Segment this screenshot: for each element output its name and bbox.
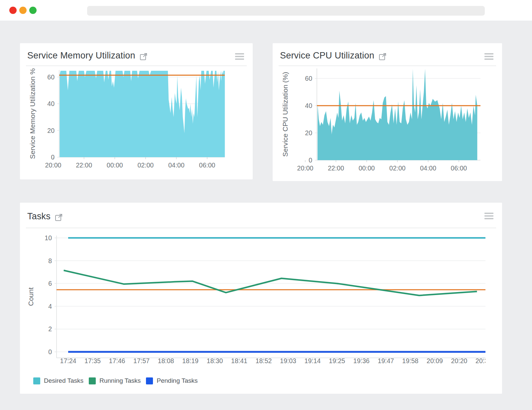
legend-item-desired-tasks[interactable]: Desired Tasks [33,377,83,384]
svg-text:17:35: 17:35 [84,357,101,364]
hamburger-menu-icon[interactable] [484,52,493,61]
svg-text:18:52: 18:52 [256,357,272,364]
svg-text:20:20: 20:20 [451,357,467,364]
y-tick-labels: 0204060 [305,75,312,164]
divider [26,228,496,228]
external-link-icon[interactable] [379,52,387,60]
y-tick-labels: 0204060 [47,73,55,161]
svg-text:17:46: 17:46 [109,357,125,364]
svg-text:19:58: 19:58 [402,357,419,364]
svg-text:19:47: 19:47 [378,357,394,364]
window-zoom-button[interactable] [29,7,37,14]
hamburger-menu-icon[interactable] [235,52,244,61]
svg-text:20:00: 20:00 [45,161,62,169]
window-minimize-button[interactable] [19,7,27,14]
x-tick-labels: 20:0022:0000:0002:0004:0006:00 [297,164,467,172]
cpu-panel: Service CPU Utilization 20:0022:0000:000… [273,43,502,181]
svg-text:40: 40 [305,102,312,109]
divider [279,65,496,66]
running-tasks-swatch-icon [89,377,96,384]
svg-text:18:19: 18:19 [182,357,199,364]
y-axis-title: Service CPU Utilization (%) [281,72,289,157]
svg-text:00:00: 00:00 [358,164,375,172]
svg-text:40: 40 [47,100,55,107]
svg-text:0: 0 [48,348,52,356]
svg-text:60: 60 [305,75,312,82]
svg-text:19:36: 19:36 [353,357,370,364]
svg-text:20:00: 20:00 [297,164,314,172]
memory-chart: 20:0022:0000:0002:0004:0006:000204060Ser… [23,67,249,174]
svg-text:10: 10 [45,234,52,242]
divider [26,65,247,66]
tasks-panel-title: Tasks [27,211,51,222]
service-memory-utilization--area-series [60,71,225,157]
memory-panel-header: Service Memory Utilization [20,43,253,61]
legend-label: Running Tasks [99,377,141,384]
svg-text:22:00: 22:00 [328,164,344,172]
pending-tasks-swatch-icon [146,377,153,384]
svg-text:18:08: 18:08 [158,357,174,364]
cpu-panel-header: Service CPU Utilization [273,43,502,61]
url-bar[interactable] [87,6,485,16]
y-axis-title: Service Memory Utilization % [29,68,36,159]
y-axis-title: Count [27,287,35,306]
svg-text:20:09: 20:09 [427,357,443,364]
svg-text:17:24: 17:24 [60,357,76,364]
legend-label: Desired Tasks [44,377,83,384]
svg-text:04:00: 04:00 [168,161,185,169]
service-cpu-utilization--area-series [318,69,477,160]
svg-text:60: 60 [47,73,55,81]
x-tick-labels: 17:2417:3517:4617:5718:0818:1918:3018:41… [60,357,485,364]
svg-text:02:00: 02:00 [137,161,154,169]
svg-text:06:00: 06:00 [451,164,467,172]
window-titlebar [0,0,532,21]
svg-text:19:25: 19:25 [329,357,345,364]
tasks-chart: 17:2417:3517:4617:5718:0818:1918:3018:41… [23,229,485,370]
svg-text:6: 6 [48,280,52,287]
svg-text:00:00: 00:00 [107,161,123,169]
svg-text:18:41: 18:41 [231,357,247,364]
svg-text:2: 2 [48,325,52,333]
legend-item-pending-tasks[interactable]: Pending Tasks [146,377,198,384]
svg-text:20:31: 20:31 [475,357,485,364]
hamburger-menu-icon[interactable] [484,211,493,221]
tick-marks [55,238,484,360]
external-link-icon[interactable] [140,52,148,60]
cpu-chart: 20:0022:0000:0002:0004:0006:000204060Ser… [276,67,499,177]
svg-text:0: 0 [309,156,312,164]
svg-text:8: 8 [48,257,52,264]
svg-text:17:57: 17:57 [133,357,150,364]
legend-label: Pending Tasks [157,377,198,384]
legend-item-running-tasks[interactable]: Running Tasks [89,377,141,384]
memory-panel: Service Memory Utilization 20:0022:0000:… [20,43,253,179]
memory-panel-title: Service Memory Utilization [27,51,135,61]
svg-text:22:00: 22:00 [76,161,92,169]
svg-text:18:30: 18:30 [207,357,223,364]
y-tick-labels: 0246810 [45,234,52,356]
svg-text:02:00: 02:00 [389,164,406,172]
svg-text:04:00: 04:00 [420,164,436,172]
svg-text:4: 4 [48,303,52,310]
tasks-legend: Desired TasksRunning TasksPending Tasks [33,377,203,384]
svg-text:0: 0 [51,154,55,161]
window-close-button[interactable] [9,7,17,14]
tasks-panel-header: Tasks [20,203,502,222]
svg-text:19:14: 19:14 [305,357,321,364]
svg-text:20: 20 [305,129,312,137]
cpu-panel-title: Service CPU Utilization [280,51,374,61]
svg-text:20: 20 [47,127,55,134]
desired-tasks-swatch-icon [33,377,40,384]
svg-text:19:03: 19:03 [280,357,296,364]
x-tick-labels: 20:0022:0000:0002:0004:0006:00 [45,161,215,169]
running-tasks-line-series [64,270,477,295]
external-link-icon[interactable] [55,213,63,221]
svg-text:06:00: 06:00 [199,161,215,169]
tasks-panel: Tasks 17:2417:3517:4617:5718:0818:1918:3… [20,203,502,394]
